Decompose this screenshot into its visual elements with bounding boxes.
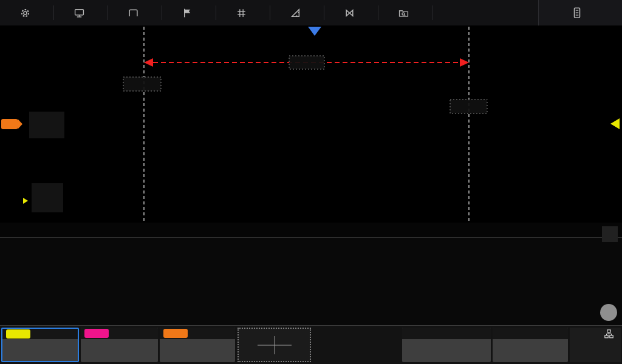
- trigger-flag-icon: [182, 8, 193, 18]
- document-list-icon: [572, 7, 582, 18]
- network-icon[interactable]: [604, 329, 613, 339]
- channel-c1-descriptor[interactable]: [1, 328, 79, 362]
- menu-item-acquire[interactable]: [108, 0, 162, 25]
- menu-item-analysis[interactable]: [378, 0, 432, 25]
- channel-f1-descriptor[interactable]: [160, 328, 235, 362]
- cursor-a-time-label: [123, 77, 161, 91]
- acquire-icon: [128, 8, 138, 18]
- top-menu-bar: [0, 0, 622, 25]
- arrowhead-left: [144, 58, 153, 67]
- menu-item-trigger[interactable]: [162, 0, 216, 25]
- c1-tab: [6, 329, 30, 339]
- f1-trace-marker[interactable]: [1, 112, 64, 138]
- trigger-position-indicator[interactable]: [308, 27, 321, 36]
- menu-item-utility[interactable]: [0, 0, 54, 25]
- status-block: [432, 0, 539, 25]
- cursors-icon: [236, 8, 247, 18]
- measure-icon: [290, 8, 301, 18]
- c2-tab: [84, 329, 109, 338]
- cursor-b-time-label: [450, 99, 487, 113]
- math-icon: [344, 8, 355, 18]
- menu-item-cursors[interactable]: [216, 0, 270, 25]
- bottom-bar: [0, 325, 622, 364]
- measurement-header-row: [0, 223, 622, 238]
- analysis-icon: [398, 8, 409, 18]
- add-channel-placeholder[interactable]: [238, 328, 311, 362]
- menu-item-display[interactable]: [54, 0, 108, 25]
- f1-tab: [163, 329, 188, 338]
- trigger-level-indicator[interactable]: [610, 118, 620, 129]
- channel-c2-descriptor[interactable]: [81, 328, 158, 362]
- timebase-descriptor[interactable]: [402, 328, 491, 362]
- reset-statistics-icon[interactable]: [600, 304, 617, 321]
- c1-trace-marker[interactable]: [23, 183, 63, 212]
- measurement-table: [0, 223, 622, 326]
- trigger-descriptor[interactable]: [493, 328, 568, 362]
- display-icon: [74, 8, 84, 18]
- gear-icon: [20, 8, 30, 18]
- menu-item-math[interactable]: [324, 0, 378, 25]
- power-analysis-button[interactable]: [539, 0, 622, 25]
- arrowhead-right: [460, 58, 469, 67]
- clock-block: [570, 328, 621, 362]
- delta-time-label: [289, 56, 324, 69]
- menu-item-measure[interactable]: [270, 0, 324, 25]
- scope-display: [0, 25, 622, 223]
- close-icon[interactable]: [602, 226, 618, 242]
